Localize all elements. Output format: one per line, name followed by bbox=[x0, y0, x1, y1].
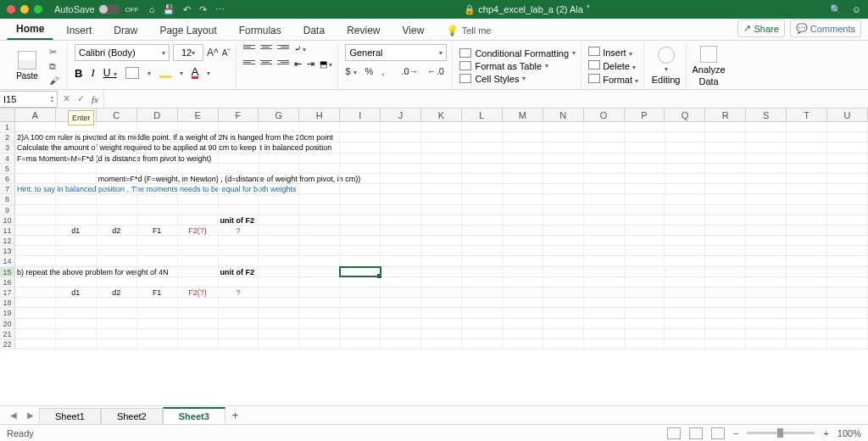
cell[interactable]: F2(?) bbox=[178, 226, 219, 235]
indent-inc-icon[interactable]: ⇥ bbox=[307, 59, 314, 70]
cell[interactable] bbox=[340, 308, 381, 317]
cell[interactable] bbox=[665, 215, 705, 225]
cell[interactable] bbox=[462, 246, 503, 255]
cell[interactable] bbox=[178, 298, 219, 307]
col-K[interactable]: K bbox=[421, 109, 462, 121]
cell[interactable] bbox=[705, 215, 746, 225]
cell[interactable] bbox=[584, 267, 625, 276]
cell[interactable] bbox=[665, 277, 705, 287]
more-icon[interactable]: ⋯ bbox=[215, 4, 225, 15]
delete-cells-button[interactable]: Delete ▾ bbox=[588, 60, 638, 71]
cell[interactable] bbox=[827, 277, 868, 287]
cell[interactable] bbox=[584, 298, 625, 307]
cell[interactable] bbox=[625, 319, 665, 328]
cell[interactable] bbox=[787, 256, 827, 265]
cell-styles-button[interactable]: Cell Styles ▾ bbox=[459, 74, 576, 84]
cell[interactable] bbox=[746, 319, 787, 328]
cell[interactable] bbox=[625, 132, 665, 142]
cell[interactable] bbox=[137, 319, 178, 328]
cell[interactable] bbox=[746, 246, 787, 255]
cell[interactable] bbox=[421, 339, 462, 349]
cell[interactable] bbox=[787, 236, 827, 245]
cell[interactable] bbox=[827, 154, 868, 163]
tab-review[interactable]: Review bbox=[337, 20, 389, 40]
cell[interactable] bbox=[340, 319, 381, 328]
cell[interactable] bbox=[299, 287, 340, 297]
row-header[interactable]: 8 bbox=[0, 194, 15, 204]
cell[interactable] bbox=[178, 236, 219, 245]
cell[interactable] bbox=[340, 287, 381, 297]
cell[interactable] bbox=[503, 246, 543, 255]
cell[interactable] bbox=[746, 194, 787, 204]
cell[interactable] bbox=[625, 267, 665, 276]
cell[interactable] bbox=[137, 205, 178, 215]
cell[interactable] bbox=[219, 154, 259, 163]
row-header[interactable]: 3 bbox=[0, 142, 15, 152]
cell[interactable] bbox=[543, 122, 584, 131]
cell[interactable] bbox=[543, 236, 584, 245]
cell[interactable] bbox=[462, 154, 503, 163]
format-painter-icon[interactable]: 🖌 bbox=[49, 75, 58, 86]
cell[interactable] bbox=[503, 298, 543, 307]
cell[interactable] bbox=[543, 164, 584, 173]
cell[interactable] bbox=[746, 164, 787, 173]
cell[interactable] bbox=[56, 256, 97, 265]
cell[interactable] bbox=[56, 215, 97, 225]
cell[interactable] bbox=[15, 319, 56, 328]
cell[interactable] bbox=[259, 205, 299, 215]
cell[interactable] bbox=[462, 319, 503, 328]
cell[interactable] bbox=[584, 174, 625, 183]
copy-icon[interactable]: ⧉ bbox=[49, 61, 58, 72]
cell[interactable] bbox=[787, 339, 827, 349]
cell[interactable] bbox=[219, 339, 259, 349]
cell[interactable] bbox=[787, 132, 827, 142]
minimize-dot[interactable] bbox=[20, 5, 29, 14]
cell[interactable] bbox=[137, 329, 178, 338]
cell[interactable] bbox=[543, 174, 584, 183]
cell[interactable] bbox=[259, 194, 299, 204]
enter-icon[interactable]: ✓ bbox=[77, 93, 85, 104]
cell[interactable] bbox=[15, 236, 56, 245]
cell[interactable] bbox=[827, 164, 868, 173]
cell[interactable] bbox=[543, 339, 584, 349]
cell[interactable] bbox=[259, 226, 299, 235]
cell[interactable] bbox=[462, 329, 503, 338]
cell[interactable] bbox=[705, 308, 746, 317]
cell[interactable]: F=ma Moment=M=F*d (d is distance from pi… bbox=[15, 154, 56, 163]
cell[interactable]: d2 bbox=[97, 287, 137, 297]
cell[interactable] bbox=[97, 319, 137, 328]
redo-icon[interactable]: ↷ bbox=[199, 4, 207, 15]
cell[interactable] bbox=[259, 256, 299, 265]
cell[interactable] bbox=[503, 164, 543, 173]
cell[interactable] bbox=[219, 194, 259, 204]
cell[interactable] bbox=[787, 298, 827, 307]
cell[interactable] bbox=[746, 329, 787, 338]
cell[interactable] bbox=[421, 205, 462, 215]
cell[interactable] bbox=[543, 287, 584, 297]
cell[interactable] bbox=[299, 142, 340, 152]
cell[interactable] bbox=[462, 184, 503, 193]
cell[interactable] bbox=[219, 329, 259, 338]
cell[interactable] bbox=[705, 142, 746, 152]
cell[interactable] bbox=[15, 287, 56, 297]
cell[interactable] bbox=[259, 164, 299, 173]
cell[interactable] bbox=[543, 194, 584, 204]
cell[interactable] bbox=[340, 226, 381, 235]
cell[interactable] bbox=[787, 308, 827, 317]
cell[interactable] bbox=[665, 329, 705, 338]
shrink-font-icon[interactable]: Aˇ bbox=[222, 48, 231, 58]
cell[interactable] bbox=[827, 319, 868, 328]
cell[interactable] bbox=[259, 215, 299, 225]
cell[interactable] bbox=[584, 154, 625, 163]
cell[interactable] bbox=[137, 256, 178, 265]
cell[interactable] bbox=[584, 319, 625, 328]
cell[interactable]: 2)A 100 cm ruler is pivoted at its middl… bbox=[15, 132, 56, 142]
cell[interactable] bbox=[259, 339, 299, 349]
cell[interactable] bbox=[421, 298, 462, 307]
cell[interactable] bbox=[97, 277, 137, 287]
active-cell[interactable] bbox=[340, 267, 381, 276]
cell[interactable] bbox=[15, 205, 56, 215]
cell[interactable] bbox=[787, 174, 827, 183]
cell[interactable] bbox=[97, 298, 137, 307]
col-U[interactable]: U bbox=[827, 109, 868, 121]
